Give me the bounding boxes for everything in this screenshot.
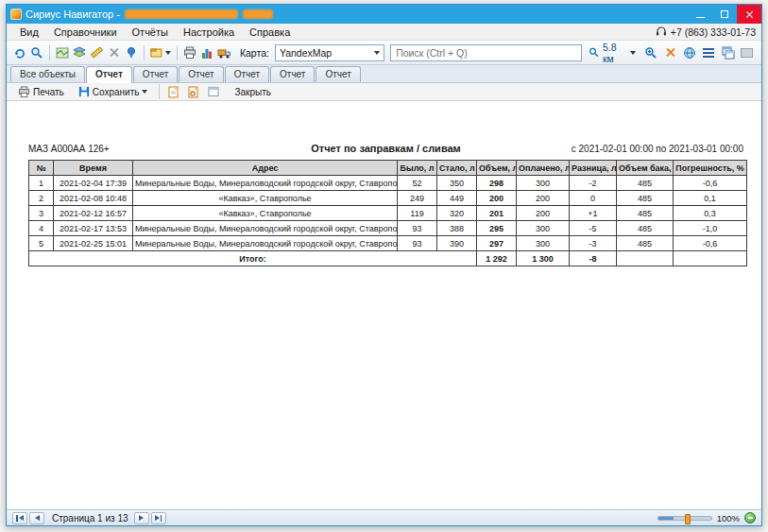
totals-empty-cell xyxy=(674,251,747,266)
tab-0[interactable]: Все объекты xyxy=(10,66,85,82)
report-page: МАЗ А000АА 126+ Отчет по заправкам / сли… xyxy=(7,101,761,509)
table-cell: 200 xyxy=(477,191,517,206)
tab-4[interactable]: Отчет xyxy=(225,66,269,82)
tab-1[interactable]: Отчет xyxy=(86,66,132,83)
monitor-icon[interactable] xyxy=(739,43,756,62)
prev-page-button[interactable] xyxy=(29,512,44,524)
save-icon xyxy=(78,86,90,97)
app-window: Сириус Навигатор - ВидСправочникиОтчётыН… xyxy=(6,4,762,526)
menu-bar-items: ВидСправочникиОтчётыНастройкаСправка xyxy=(12,24,298,40)
close-button[interactable] xyxy=(737,5,761,24)
print-button[interactable]: Печать xyxy=(12,84,70,100)
zoom-in-icon[interactable] xyxy=(642,43,659,62)
table-cell: 2021-02-12 16:57 xyxy=(54,206,133,221)
map-combo[interactable]: YandexMap xyxy=(275,44,384,61)
table-cell: «Кавказ», Ставрополье xyxy=(133,191,398,206)
tab-6[interactable]: Отчет xyxy=(316,66,360,82)
save-button[interactable]: Сохранить xyxy=(73,84,154,99)
page-preview-button[interactable] xyxy=(165,84,182,100)
zoom-reset-button[interactable] xyxy=(744,512,756,523)
title-bar: Сириус Навигатор - xyxy=(7,5,761,24)
table-cell: Минеральные Воды, Минераловодский городс… xyxy=(133,236,398,251)
status-bar: Страница 1 из 13 100% xyxy=(7,509,761,525)
tab-3[interactable]: Отчет xyxy=(179,66,223,82)
title-redacted-2 xyxy=(243,9,273,19)
menu-item-4[interactable]: Справка xyxy=(242,24,298,40)
panel-icon xyxy=(208,86,219,97)
app-icon xyxy=(10,9,22,20)
search-map-icon[interactable] xyxy=(29,43,44,62)
column-header-1: Время xyxy=(54,161,133,176)
status-bar-right: 100% xyxy=(657,512,756,523)
table-cell: 388 xyxy=(437,221,477,236)
page-zoom-button[interactable] xyxy=(185,84,202,100)
minimize-icon xyxy=(696,17,705,18)
last-page-button[interactable] xyxy=(151,512,166,524)
table-cell: -0,6 xyxy=(674,176,747,191)
tab-strip: Все объектыОтчетОтчетОтчетОтчетОтчетОтче… xyxy=(7,65,761,83)
prev-page-icon xyxy=(35,515,40,521)
column-header-4: Стало, л xyxy=(437,161,477,176)
totals-row: Итого: 1 292 1 300 -8 xyxy=(29,251,747,266)
close-report-button[interactable]: Закрыть xyxy=(229,85,277,99)
toolbar-separator xyxy=(159,84,160,99)
globe-icon[interactable] xyxy=(681,43,698,62)
table-totals: Итого: 1 292 1 300 -8 xyxy=(29,251,747,266)
table-cell: 200 xyxy=(517,206,570,221)
table-row: 22021-02-08 10:48«Кавказ», Ставрополье24… xyxy=(29,191,747,206)
chart-icon[interactable] xyxy=(199,43,214,62)
map-combo-value: YandexMap xyxy=(280,47,332,59)
table-cell: 4 xyxy=(29,221,54,236)
menu-item-2[interactable]: Отчёты xyxy=(125,24,176,40)
map-scale-control[interactable]: 5.8 км xyxy=(584,40,640,66)
truck-icon[interactable] xyxy=(216,43,232,62)
menu-item-1[interactable]: Справочники xyxy=(46,24,125,40)
marker-icon[interactable] xyxy=(124,43,139,62)
first-page-button[interactable] xyxy=(12,512,27,524)
printer-icon xyxy=(18,86,30,98)
zoom-slider[interactable] xyxy=(657,516,712,521)
table-cell: 2021-02-17 13:53 xyxy=(54,221,133,236)
last-page-icon xyxy=(155,515,160,521)
table-row: 42021-02-17 13:53Минеральные Воды, Минер… xyxy=(29,221,747,236)
minimize-button[interactable] xyxy=(688,5,712,24)
table-body: 12021-02-04 17:39Минеральные Воды, Минер… xyxy=(29,176,747,251)
ruler-icon[interactable] xyxy=(89,43,104,62)
refresh-icon[interactable] xyxy=(12,43,27,62)
report-vehicle: МАЗ А000АА 126+ xyxy=(28,144,236,154)
panel-toggle-button[interactable] xyxy=(205,84,222,99)
column-header-8: Объем бака, л xyxy=(617,161,674,176)
list-icon[interactable] xyxy=(700,43,717,62)
layers-icon[interactable] xyxy=(72,43,87,62)
page-zoom-icon xyxy=(188,86,199,98)
panels-icon[interactable] xyxy=(719,43,736,62)
printer-icon[interactable] xyxy=(182,43,197,62)
headset-icon xyxy=(656,26,667,39)
map-icon[interactable] xyxy=(55,43,70,62)
clear-route-icon[interactable] xyxy=(107,43,122,62)
table-header-row: №ВремяАдресБыло, лСтало, лОбъем, лОплаче… xyxy=(29,161,747,176)
report-period: с 2021-02-01 00:00 по 2021-03-01 00:00 xyxy=(536,144,743,154)
next-page-button[interactable] xyxy=(134,512,149,524)
close-report-label: Закрыть xyxy=(234,87,271,97)
table-cell: 1 xyxy=(29,176,54,191)
table-cell: 2021-02-04 17:39 xyxy=(54,176,133,191)
column-header-0: № xyxy=(29,161,54,176)
zoom-slider-handle[interactable] xyxy=(685,514,691,524)
table-cell: 52 xyxy=(398,176,437,191)
tab-5[interactable]: Отчет xyxy=(270,66,315,82)
layers-dropdown-icon[interactable] xyxy=(149,43,172,62)
table-cell: 93 xyxy=(398,221,437,236)
maximize-icon xyxy=(721,10,728,18)
scale-icon xyxy=(589,46,599,59)
menu-bar: ВидСправочникиОтчётыНастройкаСправка +7 … xyxy=(7,24,761,41)
search-input[interactable] xyxy=(390,44,582,61)
menu-item-0[interactable]: Вид xyxy=(12,24,46,40)
table-cell: 320 xyxy=(437,206,477,221)
asterisk-icon[interactable] xyxy=(661,43,678,62)
maximize-button[interactable] xyxy=(712,5,737,24)
menu-item-3[interactable]: Настройка xyxy=(176,24,242,40)
table-cell: 390 xyxy=(437,236,477,251)
tab-2[interactable]: Отчет xyxy=(133,66,178,82)
table-cell: -3 xyxy=(570,236,617,251)
